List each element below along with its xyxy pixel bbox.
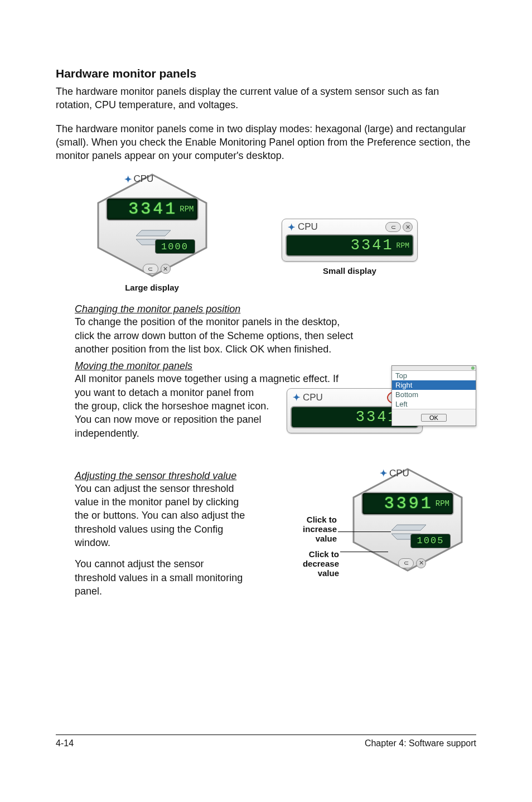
intro-paragraph-1: The hardware monitor panels display the … xyxy=(56,85,476,112)
hex-large-lcd: 3341 RPM xyxy=(106,197,199,221)
hex-large-threshold: 1000 xyxy=(155,239,195,254)
svg-marker-0 xyxy=(98,175,206,276)
annotation-decrease: Click to decrease value xyxy=(289,549,339,578)
footer-chapter: Chapter 4: Software support xyxy=(365,738,476,748)
paragraph-adjust-1: You can adjust the sensor threshold valu… xyxy=(75,482,248,549)
rect-small-value: 3341 xyxy=(351,237,394,254)
paragraph-changing: To change the position of the monitor pa… xyxy=(75,315,354,356)
intro-paragraph-2: The hardware monitor panels come in two … xyxy=(56,122,476,163)
svg-marker-1 xyxy=(136,230,171,236)
bolt-icon: ✦ xyxy=(293,392,300,403)
rect-panel-small: ✦ CPU ⊂ ✕ 3341 RPM xyxy=(282,219,418,262)
magnet-icon[interactable]: ⊂ xyxy=(398,558,414,568)
bolt-icon: ✦ xyxy=(380,468,387,479)
svg-marker-4 xyxy=(391,525,426,530)
hex-large-value: 3341 xyxy=(128,200,177,219)
scheme-ok-button[interactable]: OK xyxy=(421,414,447,422)
hex-adjust-unit: RPM xyxy=(436,499,449,508)
paragraph-moving-2: you want to detach a monitor panel from … xyxy=(75,386,270,440)
hex-adjust-label: CPU xyxy=(389,468,409,479)
close-icon[interactable]: ✕ xyxy=(161,264,171,274)
small-display-caption: Small display xyxy=(323,266,376,276)
bolt-icon: ✦ xyxy=(124,174,132,185)
footer-page-number: 4-14 xyxy=(56,738,74,748)
magnet-icon[interactable]: ⊂ xyxy=(143,264,158,274)
heading-changing-position: Changing the monitor panels position xyxy=(75,303,476,315)
hex-panel-large: ✦ CPU 3341 RPM 1000 ⊂ ✕ xyxy=(94,172,211,278)
rect-small-label: CPU xyxy=(298,221,318,233)
scheme-option-left[interactable]: Left xyxy=(392,399,476,409)
scheme-dropdown[interactable]: Top Right Bottom Left OK xyxy=(391,365,476,426)
hex-large-unit: RPM xyxy=(180,205,194,214)
rect-small-unit: RPM xyxy=(396,241,409,250)
hex-adjust-threshold: 1005 xyxy=(410,534,451,548)
magnet-icon[interactable]: ⊂ xyxy=(385,222,401,232)
svg-marker-3 xyxy=(354,469,462,571)
rect-move-label: CPU xyxy=(303,392,323,403)
scheme-option-bottom[interactable]: Bottom xyxy=(392,390,476,399)
large-display-caption: Large display xyxy=(125,283,179,292)
hex-large-label: CPU xyxy=(134,173,154,185)
paragraph-adjust-2: You cannot adjust the sensor threshold v… xyxy=(75,557,248,598)
close-icon[interactable]: ✕ xyxy=(403,222,413,232)
hex-panel-adjust: ✦ CPU 3391 RPM 1005 ⊂ ✕ xyxy=(349,467,466,573)
scheme-option-top[interactable]: Top xyxy=(392,371,476,380)
hex-adjust-value: 3391 xyxy=(384,494,433,513)
bolt-icon: ✦ xyxy=(288,222,295,233)
section-title: Hardware monitor panels xyxy=(56,67,476,80)
close-icon[interactable]: ✕ xyxy=(416,558,426,568)
scheme-option-right[interactable]: Right xyxy=(392,380,476,390)
annotation-increase: Click to increase value xyxy=(287,515,337,544)
heading-adjust: Adjusting the sensor threshold value xyxy=(75,470,269,482)
